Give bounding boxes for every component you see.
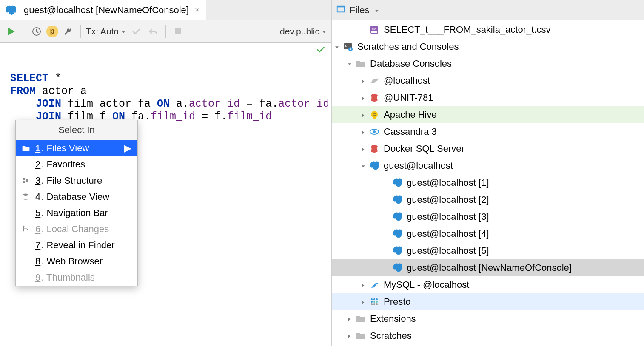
sqlserver-icon: [368, 143, 380, 155]
select-in-popup: Select In 1. Files View ▶ 2. Favorites 3…: [15, 120, 138, 286]
eye-icon: [368, 126, 380, 138]
structure-icon: [22, 176, 30, 185]
popup-item-files-view[interactable]: 1. Files View ▶: [16, 140, 137, 156]
p-badge-button[interactable]: p: [46, 26, 58, 37]
tree-item-docker-sql[interactable]: Docker SQL Server: [332, 140, 644, 157]
expand-icon[interactable]: [358, 299, 368, 305]
tree-item-cassandra[interactable]: Cassandra 3: [332, 123, 644, 140]
collapse-icon[interactable]: [332, 44, 342, 50]
popup-item-file-structure[interactable]: 3. File Structure: [16, 173, 137, 189]
tree-item-mysql[interactable]: MySQL - @localhost: [332, 276, 644, 293]
console-icon: [342, 41, 354, 53]
files-panel-header[interactable]: Files: [332, 0, 644, 20]
postgres-icon: [391, 228, 403, 240]
tree-item-unit781[interactable]: @UNIT-781: [332, 89, 644, 106]
hive-icon: [368, 109, 380, 121]
popup-item-database-view[interactable]: 4. Database View: [16, 189, 137, 205]
csv-file-icon: [368, 24, 380, 36]
vcs-branch-icon: [22, 225, 30, 233]
analysis-ok-icon: [316, 45, 325, 58]
popup-item-favorites[interactable]: 2. Favorites: [16, 156, 137, 173]
run-button[interactable]: [4, 24, 19, 39]
files-pane: Files SELECT_t___FROM_sakila_actor_t.csv…: [332, 0, 644, 346]
window-icon: [336, 4, 345, 16]
chevron-down-icon: [373, 7, 380, 13]
tx-mode-dropdown[interactable]: Tx: Auto: [86, 26, 126, 37]
expand-icon[interactable]: [358, 282, 368, 288]
collapse-icon[interactable]: [358, 163, 368, 169]
popup-item-web-browser[interactable]: 8. Web Browser: [16, 253, 137, 269]
tree-item-database-consoles[interactable]: Database Consoles: [332, 55, 644, 72]
mysql-icon: [368, 279, 380, 291]
tree-item-guest-4[interactable]: guest@localhost [4]: [332, 225, 644, 242]
postgres-icon: [4, 4, 16, 16]
editor-toolbar: p Tx: Auto dev.public: [0, 20, 331, 43]
tree-item-guest-2[interactable]: guest@localhost [2]: [332, 191, 644, 208]
folder-icon: [355, 330, 367, 342]
collapse-icon[interactable]: [345, 61, 355, 67]
tree-item-guest-3[interactable]: guest@localhost [3]: [332, 208, 644, 225]
submenu-arrow-icon: ▶: [124, 143, 131, 154]
postgres-icon: [391, 211, 403, 223]
tree-item-scratches[interactable]: Scratches: [332, 327, 644, 344]
expand-icon[interactable]: [358, 112, 368, 118]
postgres-icon: [391, 194, 403, 206]
expand-icon[interactable]: [358, 78, 368, 84]
tree-item-guest-5[interactable]: guest@localhost [5]: [332, 242, 644, 259]
database-icon: [22, 193, 30, 201]
expand-icon[interactable]: [345, 333, 355, 339]
postgres-icon: [391, 177, 403, 189]
editor-pane: guest@localhost [NewNameOfConsole] × p T…: [0, 0, 332, 346]
postgres-icon: [391, 262, 403, 274]
schema-dropdown[interactable]: dev.public: [280, 26, 327, 37]
popup-title: Select In: [16, 120, 137, 140]
chevron-down-icon: [120, 28, 126, 34]
commit-button[interactable]: [129, 24, 143, 39]
expand-icon[interactable]: [345, 316, 355, 322]
sqlserver-icon: [368, 92, 380, 104]
expand-icon[interactable]: [358, 95, 368, 101]
expand-icon[interactable]: [358, 129, 368, 135]
editor-tab-bar: guest@localhost [NewNameOfConsole] ×: [0, 0, 331, 20]
schema-label: dev.public: [280, 26, 319, 37]
editor-tab[interactable]: guest@localhost [NewNameOfConsole] ×: [0, 0, 206, 20]
tree-item-extensions[interactable]: Extensions: [332, 310, 644, 327]
rollback-button[interactable]: [146, 24, 160, 39]
tree-item-presto[interactable]: Presto: [332, 293, 644, 310]
tree-item-csv[interactable]: SELECT_t___FROM_sakila_actor_t.csv: [332, 21, 644, 38]
files-tree[interactable]: SELECT_t___FROM_sakila_actor_t.csv Scrat…: [332, 20, 644, 346]
folder-icon: [22, 144, 30, 153]
separator: [165, 25, 166, 38]
tree-item-guest-newconsole[interactable]: guest@localhost [NewNameOfConsole]: [332, 259, 644, 276]
tree-item-guest-1[interactable]: guest@localhost [1]: [332, 174, 644, 191]
tx-mode-label: Tx: Auto: [86, 26, 119, 37]
tree-item-scratches-consoles[interactable]: Scratches and Consoles: [332, 38, 644, 55]
folder-icon: [355, 313, 367, 325]
whale-icon: [368, 75, 380, 87]
popup-item-thumbnails[interactable]: 9. Thumbnails: [16, 269, 137, 286]
folder-icon: [355, 58, 367, 70]
postgres-icon: [368, 160, 380, 172]
separator: [80, 25, 81, 38]
tab-title: guest@localhost [NewNameOfConsole]: [24, 5, 189, 16]
tree-item-hive[interactable]: Apache Hive: [332, 106, 644, 123]
presto-icon: [368, 296, 380, 308]
popup-item-navigation-bar[interactable]: 5. Navigation Bar: [16, 205, 137, 221]
history-button[interactable]: [29, 24, 44, 39]
expand-icon[interactable]: [358, 146, 368, 152]
stop-button[interactable]: [171, 24, 185, 39]
close-tab-icon[interactable]: ×: [193, 5, 202, 15]
postgres-icon: [391, 245, 403, 257]
chevron-down-icon: [321, 28, 327, 34]
popup-item-reveal-finder[interactable]: 7. Reveal in Finder: [16, 237, 137, 253]
popup-item-local-changes[interactable]: 6. Local Changes: [16, 221, 137, 237]
separator: [24, 25, 24, 38]
tree-item-localhost[interactable]: @localhost: [332, 72, 644, 89]
settings-button[interactable]: [61, 24, 75, 39]
files-panel-title: Files: [350, 5, 369, 16]
tree-item-guest-localhost[interactable]: guest@localhost: [332, 157, 644, 174]
